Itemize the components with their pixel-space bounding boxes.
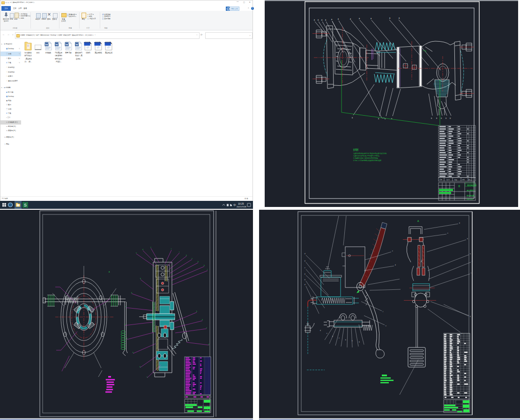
svg-text:a: a — [470, 253, 471, 255]
svg-text:d: d — [395, 264, 396, 266]
svg-text:b: b — [125, 324, 126, 325]
svg-text:b: b — [470, 316, 471, 317]
svg-text:10:25: 10:25 — [238, 203, 244, 205]
svg-text:技术要求: 技术要求 — [353, 148, 358, 152]
svg-text:B: B — [378, 118, 379, 120]
svg-text:g: g — [131, 292, 132, 294]
svg-text:A: A — [371, 18, 372, 20]
svg-text:驱动轴装配: 驱动轴装配 — [467, 194, 475, 197]
svg-text:A: A — [109, 271, 110, 273]
svg-text:g: g — [186, 254, 187, 256]
svg-text:b: b — [140, 278, 141, 280]
svg-text:g: g — [305, 273, 305, 275]
svg-text:A: A — [359, 18, 360, 20]
svg-text:数量: 数量 — [454, 179, 457, 181]
svg-text:e: e — [392, 250, 393, 252]
svg-text:b: b — [467, 238, 468, 240]
svg-text:名 称: 名 称 — [446, 179, 450, 181]
svg-text:ZDH-1021: ZDH-1021 — [467, 199, 473, 200]
svg-text:A: A — [338, 18, 339, 20]
svg-text:2021/7/28: 2021/7/28 — [237, 206, 246, 208]
svg-text:A: A — [331, 19, 333, 21]
svg-text:f: f — [171, 248, 171, 250]
svg-text:材料: 材料 — [461, 179, 465, 181]
svg-text:B: B — [436, 118, 437, 119]
svg-text:f: f — [207, 269, 208, 271]
svg-text:A: A — [389, 17, 391, 19]
svg-text:b: b — [345, 339, 346, 341]
svg-text:b: b — [352, 340, 353, 342]
svg-text:A: A — [318, 19, 319, 21]
svg-text:a: a — [150, 246, 151, 248]
svg-text:d: d — [305, 253, 305, 255]
svg-text:S: S — [24, 203, 27, 207]
svg-text:g: g — [305, 260, 305, 262]
svg-text:e: e — [386, 325, 386, 327]
svg-text:备注: 备注 — [468, 179, 471, 181]
svg-text:b: b — [196, 310, 197, 312]
svg-text:齿: 齿 — [458, 185, 461, 187]
svg-text:d: d — [305, 284, 305, 286]
svg-text:a: a — [136, 252, 137, 254]
svg-text:a: a — [192, 258, 193, 259]
svg-text:d: d — [320, 330, 321, 332]
svg-text:e: e — [305, 267, 305, 269]
svg-text:B: B — [441, 118, 442, 119]
svg-text:b: b — [198, 261, 199, 263]
svg-text:1.装配前所有零件用煤油清洗干净 2.滑动面涂润滑油 装配后: 1.装配前所有零件用煤油清洗干净 2.滑动面涂润滑油 装配后转动灵活可靠 — [353, 152, 386, 155]
svg-text:B: B — [450, 118, 451, 119]
svg-text:B: B — [446, 118, 446, 119]
svg-text:d: d — [472, 260, 473, 262]
svg-text:g: g — [305, 279, 305, 280]
svg-text:B: B — [352, 117, 353, 119]
svg-text:c: c — [471, 272, 472, 274]
svg-text:e: e — [339, 337, 340, 339]
svg-text:序号: 序号 — [439, 179, 442, 181]
svg-text:A: A — [325, 19, 327, 21]
svg-text:中: 中 — [233, 204, 236, 206]
svg-text:e: e — [447, 232, 448, 234]
svg-text:f: f — [383, 311, 383, 313]
svg-text:2.装配后进行动平衡试验 不平衡量不大于规定值: 2.装配后进行动平衡试验 不平衡量不大于规定值 — [353, 155, 379, 157]
svg-text:A: A — [399, 17, 400, 19]
svg-text:c: c — [179, 251, 180, 253]
svg-text:d: d — [126, 338, 127, 339]
svg-text:3.花键配合面涂二硫化钼润滑脂防锈蚀: 3.花键配合面涂二硫化钼润滑脂防锈蚀 — [353, 157, 379, 159]
svg-text:b: b — [204, 265, 205, 266]
svg-text:d: d — [142, 249, 143, 251]
svg-text:B: B — [431, 118, 432, 119]
svg-text:离合器设计: 离合器设计 — [467, 189, 475, 192]
svg-text:d: d — [202, 319, 203, 321]
svg-text:A: A — [417, 220, 419, 222]
svg-text:A: A — [321, 19, 323, 21]
svg-text:e: e — [327, 332, 327, 334]
svg-text:4.万向节十字轴承预紧力矩按规定调整后锁紧: 4.万向节十字轴承预紧力矩按规定调整后锁紧 — [353, 159, 382, 162]
svg-text:A: A — [314, 19, 315, 21]
svg-text:g: g — [359, 341, 360, 343]
svg-text:a: a — [206, 327, 207, 329]
svg-text:A: A — [350, 18, 351, 20]
svg-text:驱动轴总成: 驱动轴总成 — [467, 184, 476, 186]
svg-text:g: g — [208, 343, 209, 345]
svg-text:g: g — [459, 222, 460, 224]
